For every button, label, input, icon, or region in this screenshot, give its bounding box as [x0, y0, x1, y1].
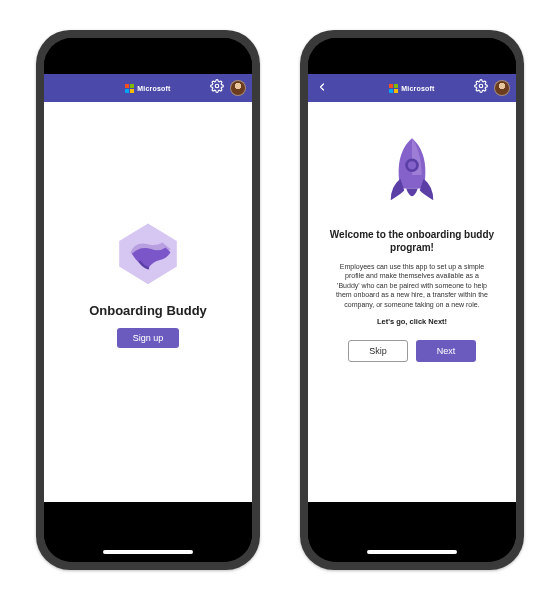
- skip-button[interactable]: Skip: [348, 340, 408, 362]
- header-actions: [210, 79, 246, 97]
- next-button[interactable]: Next: [416, 340, 476, 362]
- welcome-description: Employees can use this app to set up a s…: [328, 262, 496, 309]
- brand-label: Microsoft: [401, 85, 434, 92]
- brand-label: Microsoft: [137, 85, 170, 92]
- home-indicator: [367, 550, 457, 554]
- svg-point-3: [408, 161, 416, 169]
- settings-icon[interactable]: [474, 79, 488, 97]
- welcome-button-row: Skip Next: [348, 340, 476, 362]
- header-actions: [474, 79, 510, 97]
- user-avatar[interactable]: [230, 80, 246, 96]
- welcome-title: Welcome to the onboarding buddy program!: [328, 228, 496, 254]
- bottom-bar: [308, 502, 516, 562]
- app-header: Microsoft: [44, 74, 252, 102]
- microsoft-logo: Microsoft: [125, 84, 170, 93]
- app-title: Onboarding Buddy: [89, 303, 207, 318]
- status-bar: [308, 38, 516, 74]
- handshake-icon: [108, 217, 188, 289]
- back-icon[interactable]: [316, 81, 328, 95]
- settings-icon[interactable]: [210, 79, 224, 97]
- phone-screen-1: Microsoft Onboarding Buddy Sign up: [44, 38, 252, 562]
- screen-welcome: Welcome to the onboarding buddy program!…: [308, 102, 516, 502]
- app-header: Microsoft: [308, 74, 516, 102]
- screen-signup: Onboarding Buddy Sign up: [44, 102, 252, 502]
- microsoft-logo-icon: [125, 84, 134, 93]
- microsoft-logo: Microsoft: [389, 84, 434, 93]
- bottom-bar: [44, 502, 252, 562]
- phone-screen-2: Microsoft Welco: [308, 38, 516, 562]
- phone-frame-1: Microsoft Onboarding Buddy Sign up: [36, 30, 260, 570]
- rocket-icon: [382, 136, 442, 214]
- svg-point-1: [479, 84, 483, 88]
- status-bar: [44, 38, 252, 74]
- phone-frame-2: Microsoft Welco: [300, 30, 524, 570]
- user-avatar[interactable]: [494, 80, 510, 96]
- svg-point-0: [215, 84, 219, 88]
- home-indicator: [103, 550, 193, 554]
- signup-button[interactable]: Sign up: [117, 328, 180, 348]
- microsoft-logo-icon: [389, 84, 398, 93]
- welcome-cta: Let's go, click Next!: [377, 317, 447, 326]
